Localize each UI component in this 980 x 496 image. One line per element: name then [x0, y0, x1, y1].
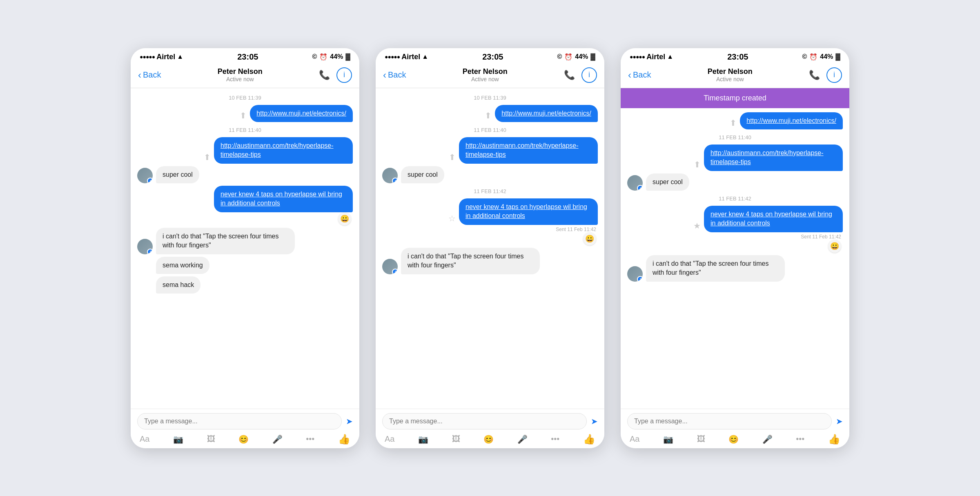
battery-icon-3: ▓ [835, 53, 840, 60]
toolbar-gallery-2[interactable]: 🖼 [452, 434, 460, 444]
bubble-in-supercool: super cool [156, 166, 199, 183]
messenger-badge-1a: f [147, 178, 153, 183]
bubble-in-supercool-3: super cool [646, 173, 689, 191]
chevron-left-icon-2: ‹ [383, 69, 386, 81]
send-icon-3[interactable]: ➤ [836, 416, 843, 426]
toolbar-mic-3[interactable]: 🎤 [762, 434, 773, 444]
send-icon-1[interactable]: ➤ [346, 416, 353, 426]
reaction-emoji-2[interactable]: 😀 [583, 232, 596, 245]
msg-row-out-link2-3: ⬆ http://austinmann.com/trek/hyperlapse-… [627, 145, 843, 171]
back-button-1[interactable]: ‹ Back [138, 69, 161, 81]
share-icon-2b[interactable]: ⬆ [449, 152, 456, 162]
msg-row-out-link1: ⬆ http://www.muji.net/electronics/ [137, 105, 353, 122]
status-right-2: © ⏰ 44% ▓ [557, 53, 595, 61]
toolbar-more-1[interactable]: ••• [306, 434, 314, 444]
active-status-1: Active now [218, 76, 263, 82]
toolbar-mic-2[interactable]: 🎤 [517, 434, 528, 444]
nav-actions-2: 📞 i [564, 67, 597, 83]
reaction-emoji-3[interactable]: 😀 [828, 240, 841, 253]
bubble-out-hyperlapse: never knew 4 taps on hyperlapse wil brin… [214, 186, 353, 212]
nav-bar-3: ‹ Back Peter Nelson Active now 📞 i [621, 64, 849, 88]
toolbar-aa-3[interactable]: Aa [630, 434, 639, 444]
msg-row-in-supercool-2: f super cool [382, 166, 598, 183]
reaction-emoji-1[interactable]: 😀 [338, 212, 351, 225]
toolbar-emoji-3[interactable]: 😊 [728, 434, 739, 444]
bubble-out-link1-3[interactable]: http://www.muji.net/electronics/ [740, 112, 843, 129]
toolbar-more-3[interactable]: ••• [796, 434, 804, 444]
share-icon-2a[interactable]: ⬆ [485, 111, 492, 120]
message-input-3[interactable] [627, 413, 832, 429]
phone-icon-1[interactable]: 📞 [319, 70, 330, 80]
star-icon-2[interactable]: ☆ [448, 214, 456, 223]
toolbar-aa-2[interactable]: Aa [385, 434, 394, 444]
carrier-2: Airtel [401, 53, 420, 61]
avatar-2a: f [382, 168, 398, 183]
toolbar-emoji-1[interactable]: 😊 [238, 434, 249, 444]
info-icon-1[interactable]: i [336, 67, 352, 83]
toolbar-more-2[interactable]: ••• [551, 434, 559, 444]
date-label-2b: 11 FEB 11:40 [382, 127, 598, 133]
back-button-2[interactable]: ‹ Back [383, 69, 406, 81]
contact-name-1: Peter Nelson [218, 67, 263, 76]
message-input-2[interactable] [382, 413, 587, 429]
time-1: 23:05 [237, 52, 258, 62]
toolbar-aa-1[interactable]: Aa [140, 434, 149, 444]
toolbar-mic-1[interactable]: 🎤 [272, 434, 283, 444]
back-button-3[interactable]: ‹ Back [628, 69, 651, 81]
info-icon-2[interactable]: i [581, 67, 597, 83]
chat-area-2: 10 FEB 11:39 ⬆ http://www.muji.net/elect… [376, 88, 604, 409]
toolbar-like-1[interactable]: 👍 [338, 434, 350, 445]
toolbar-gallery-1[interactable]: 🖼 [207, 434, 215, 444]
input-area-1: ➤ Aa 📷 🖼 😊 🎤 ••• 👍 [131, 409, 359, 448]
messenger-badge-2a: f [392, 178, 398, 183]
contact-name-2: Peter Nelson [463, 67, 508, 76]
phone-icon-3[interactable]: 📞 [809, 70, 820, 80]
share-icon-3b[interactable]: ⬆ [694, 160, 701, 169]
toolbar-like-2[interactable]: 👍 [583, 434, 595, 445]
info-icon-3[interactable]: i [826, 67, 842, 83]
share-icon-3a[interactable]: ⬆ [730, 118, 737, 128]
messenger-badge-3a: f [637, 185, 643, 191]
input-row-3: ➤ [627, 413, 843, 429]
toolbar-camera-1[interactable]: 📷 [173, 434, 183, 444]
message-input-1[interactable] [137, 413, 342, 429]
msg-row-out-hyperlapse: never knew 4 taps on hyperlapse wil brin… [137, 186, 353, 212]
share-icon-1a[interactable]: ⬆ [240, 111, 247, 120]
bubble-in-cantdo-3: i can't do that "Tap the screen four tim… [646, 255, 785, 282]
copyright-icon-2: © [557, 53, 562, 60]
share-icon-1b[interactable]: ⬆ [204, 152, 211, 162]
chevron-left-icon-1: ‹ [138, 69, 141, 81]
date-label-2a: 10 FEB 11:39 [382, 95, 598, 101]
bubble-out-hyperlapse-3: never knew 4 taps on hyperlapse wil brin… [704, 206, 843, 232]
toolbar-camera-2[interactable]: 📷 [418, 434, 428, 444]
back-label-1: Back [143, 70, 161, 80]
phone-icon-2[interactable]: 📞 [564, 70, 575, 80]
alarm-icon-2: ⏰ [564, 53, 572, 61]
toolbar-gallery-3[interactable]: 🖼 [697, 434, 705, 444]
star-icon-3[interactable]: ★ [693, 221, 701, 231]
toolbar-camera-3[interactable]: 📷 [663, 434, 673, 444]
msg-row-in-cantdo: f i can't do that "Tap the screen four t… [137, 228, 353, 254]
bubble-in-cantdo-2: i can't do that "Tap the screen four tim… [401, 248, 540, 274]
avatar-2b: f [382, 259, 398, 274]
bubble-out-link2-2[interactable]: http://austinmann.com/trek/hyperlapse-ti… [459, 137, 598, 164]
alarm-icon-3: ⏰ [809, 53, 817, 61]
status-bar-2: ●●●●● Airtel ▲ 23:05 © ⏰ 44% ▓ [376, 48, 604, 64]
bubble-out-link1[interactable]: http://www.muji.net/electronics/ [250, 105, 353, 122]
input-row-1: ➤ [137, 413, 353, 429]
bubble-out-link1-2[interactable]: http://www.muji.net/electronics/ [495, 105, 598, 122]
toolbar-emoji-2[interactable]: 😊 [483, 434, 494, 444]
status-left-3: ●●●●● Airtel ▲ [630, 53, 673, 61]
input-row-2: ➤ [382, 413, 598, 429]
messenger-badge-2b: f [392, 269, 398, 274]
phone-2: ●●●●● Airtel ▲ 23:05 © ⏰ 44% ▓ ‹ Back Pe… [376, 48, 604, 448]
bubble-out-link2-3[interactable]: http://austinmann.com/trek/hyperlapse-ti… [704, 145, 843, 171]
nav-center-2: Peter Nelson Active now [463, 67, 508, 82]
battery-pct-3: 44% [820, 53, 833, 60]
send-icon-2[interactable]: ➤ [591, 416, 598, 426]
bubble-out-link2[interactable]: http://austinmann.com/trek/hyperlapse-ti… [214, 137, 353, 164]
date-label-1b: 11 FEB 11:40 [137, 127, 353, 133]
toolbar-like-3[interactable]: 👍 [828, 434, 840, 445]
toolbar-row-1: Aa 📷 🖼 😊 🎤 ••• 👍 [137, 434, 353, 445]
alarm-icon-1: ⏰ [319, 53, 327, 61]
